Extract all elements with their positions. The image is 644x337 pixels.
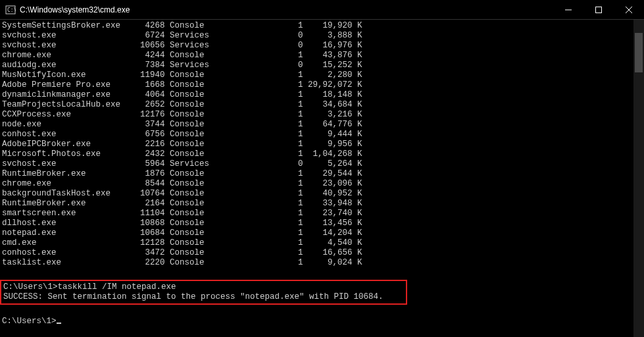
command-line: C:\Users\1>taskkill /IM notepad.exe bbox=[3, 282, 404, 292]
result-line: SUCCESS: Sent termination signal to the … bbox=[3, 292, 404, 302]
process-row: Adobe Premiere Pro.exe 1668 Console 1 29… bbox=[2, 80, 632, 90]
process-row: Microsoft.Photos.exe 2432 Console 1 1,04… bbox=[2, 149, 632, 159]
process-row: dllhost.exe 10868 Console 1 13,456 K bbox=[2, 219, 632, 228]
blank-line bbox=[2, 307, 632, 317]
process-row: AdobeIPCBroker.exe 2216 Console 1 9,956 … bbox=[2, 140, 632, 149]
maximize-button[interactable] bbox=[583, 0, 614, 20]
process-row: svchost.exe 10656 Services 0 16,976 K bbox=[2, 41, 632, 51]
cmd-icon: C:\ bbox=[5, 5, 16, 15]
process-row: conhost.exe 6756 Console 1 9,444 K bbox=[2, 130, 632, 140]
process-row: dynamiclinkmanager.exe 4064 Console 1 18… bbox=[2, 90, 632, 100]
scrollbar[interactable] bbox=[633, 20, 644, 337]
prompt-line[interactable]: C:\Users\1> bbox=[2, 317, 632, 326]
process-row: tasklist.exe 2220 Console 1 9,024 K bbox=[2, 258, 632, 268]
process-row: notepad.exe 10684 Console 1 14,204 K bbox=[2, 228, 632, 238]
process-row: cmd.exe 12128 Console 1 4,540 K bbox=[2, 238, 632, 248]
process-row: CCXProcess.exe 12176 Console 1 3,216 K bbox=[2, 110, 632, 120]
process-row: SystemSettingsBroker.exe 4268 Console 1 … bbox=[2, 21, 632, 31]
process-row: conhost.exe 3472 Console 1 16,656 K bbox=[2, 248, 632, 258]
window-title: C:\Windows\system32\cmd.exe bbox=[20, 5, 130, 14]
terminal-output[interactable]: SystemSettingsBroker.exe 4268 Console 1 … bbox=[0, 20, 633, 337]
process-row: MusNotifyIcon.exe 11940 Console 1 2,280 … bbox=[2, 70, 632, 80]
process-row: chrome.exe 8544 Console 1 23,096 K bbox=[2, 179, 632, 189]
process-row: smartscreen.exe 11104 Console 1 23,740 K bbox=[2, 209, 632, 219]
process-row: svchost.exe 5964 Services 0 5,264 K bbox=[2, 159, 632, 169]
cursor bbox=[57, 323, 61, 324]
svg-rect-3 bbox=[596, 7, 602, 13]
svg-text:C:\: C:\ bbox=[7, 7, 16, 13]
process-row: chrome.exe 4244 Console 1 43,876 K bbox=[2, 51, 632, 61]
process-row: backgroundTaskHost.exe 10764 Console 1 4… bbox=[2, 189, 632, 199]
process-row: TeamProjectsLocalHub.exe 2652 Console 1 … bbox=[2, 100, 632, 110]
process-row: audiodg.exe 7384 Services 0 15,252 K bbox=[2, 61, 632, 70]
scroll-thumb[interactable] bbox=[635, 33, 643, 72]
process-row: RuntimeBroker.exe 1876 Console 1 29,544 … bbox=[2, 169, 632, 179]
titlebar[interactable]: C:\ C:\Windows\system32\cmd.exe bbox=[0, 0, 644, 20]
process-row: svchost.exe 6724 Services 0 3,888 K bbox=[2, 31, 632, 41]
minimize-button[interactable] bbox=[553, 0, 583, 20]
process-row: node.exe 3744 Console 1 64,776 K bbox=[2, 120, 632, 130]
process-row: RuntimeBroker.exe 2164 Console 1 33,948 … bbox=[2, 199, 632, 209]
blank-line bbox=[2, 268, 632, 278]
content: SystemSettingsBroker.exe 4268 Console 1 … bbox=[0, 20, 644, 337]
highlight-box: C:\Users\1>taskkill /IM notepad.exeSUCCE… bbox=[0, 280, 407, 305]
cmd-window: C:\ C:\Windows\system32\cmd.exe SystemSe… bbox=[0, 0, 644, 337]
close-button[interactable] bbox=[614, 0, 644, 20]
